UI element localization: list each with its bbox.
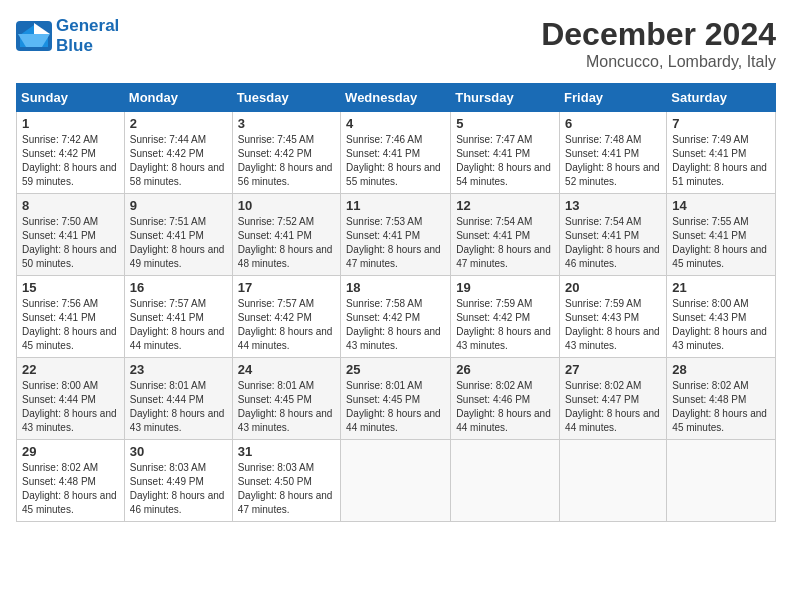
day-number: 19: [456, 280, 554, 295]
day-number: 12: [456, 198, 554, 213]
calendar-header-row: SundayMondayTuesdayWednesdayThursdayFrid…: [17, 84, 776, 112]
day-number: 26: [456, 362, 554, 377]
day-number: 11: [346, 198, 445, 213]
day-number: 10: [238, 198, 335, 213]
day-number: 15: [22, 280, 119, 295]
col-header-tuesday: Tuesday: [232, 84, 340, 112]
location: Moncucco, Lombardy, Italy: [541, 53, 776, 71]
day-info: Sunrise: 7:52 AMSunset: 4:41 PMDaylight:…: [238, 215, 335, 271]
day-number: 29: [22, 444, 119, 459]
calendar-cell: 17 Sunrise: 7:57 AMSunset: 4:42 PMDaylig…: [232, 276, 340, 358]
day-number: 7: [672, 116, 770, 131]
day-info: Sunrise: 7:47 AMSunset: 4:41 PMDaylight:…: [456, 133, 554, 189]
day-number: 4: [346, 116, 445, 131]
day-number: 3: [238, 116, 335, 131]
col-header-saturday: Saturday: [667, 84, 776, 112]
day-number: 5: [456, 116, 554, 131]
calendar-week-2: 8 Sunrise: 7:50 AMSunset: 4:41 PMDayligh…: [17, 194, 776, 276]
day-info: Sunrise: 8:01 AMSunset: 4:45 PMDaylight:…: [238, 379, 335, 435]
calendar-cell: 15 Sunrise: 7:56 AMSunset: 4:41 PMDaylig…: [17, 276, 125, 358]
day-info: Sunrise: 7:54 AMSunset: 4:41 PMDaylight:…: [456, 215, 554, 271]
calendar-week-5: 29 Sunrise: 8:02 AMSunset: 4:48 PMDaylig…: [17, 440, 776, 522]
calendar-cell: 11 Sunrise: 7:53 AMSunset: 4:41 PMDaylig…: [341, 194, 451, 276]
calendar-cell: 31 Sunrise: 8:03 AMSunset: 4:50 PMDaylig…: [232, 440, 340, 522]
calendar-cell: 19 Sunrise: 7:59 AMSunset: 4:42 PMDaylig…: [451, 276, 560, 358]
day-number: 23: [130, 362, 227, 377]
day-number: 9: [130, 198, 227, 213]
day-info: Sunrise: 7:51 AMSunset: 4:41 PMDaylight:…: [130, 215, 227, 271]
day-info: Sunrise: 7:58 AMSunset: 4:42 PMDaylight:…: [346, 297, 445, 353]
calendar-cell: 6 Sunrise: 7:48 AMSunset: 4:41 PMDayligh…: [560, 112, 667, 194]
col-header-monday: Monday: [124, 84, 232, 112]
day-info: Sunrise: 8:01 AMSunset: 4:44 PMDaylight:…: [130, 379, 227, 435]
calendar-cell: 7 Sunrise: 7:49 AMSunset: 4:41 PMDayligh…: [667, 112, 776, 194]
day-number: 17: [238, 280, 335, 295]
day-number: 21: [672, 280, 770, 295]
col-header-sunday: Sunday: [17, 84, 125, 112]
day-info: Sunrise: 8:00 AMSunset: 4:44 PMDaylight:…: [22, 379, 119, 435]
calendar-cell: 8 Sunrise: 7:50 AMSunset: 4:41 PMDayligh…: [17, 194, 125, 276]
day-number: 28: [672, 362, 770, 377]
day-number: 20: [565, 280, 661, 295]
day-info: Sunrise: 7:57 AMSunset: 4:42 PMDaylight:…: [238, 297, 335, 353]
calendar-cell: 13 Sunrise: 7:54 AMSunset: 4:41 PMDaylig…: [560, 194, 667, 276]
day-number: 13: [565, 198, 661, 213]
calendar-cell: 24 Sunrise: 8:01 AMSunset: 4:45 PMDaylig…: [232, 358, 340, 440]
calendar-cell: 22 Sunrise: 8:00 AMSunset: 4:44 PMDaylig…: [17, 358, 125, 440]
col-header-friday: Friday: [560, 84, 667, 112]
day-info: Sunrise: 8:02 AMSunset: 4:46 PMDaylight:…: [456, 379, 554, 435]
day-number: 25: [346, 362, 445, 377]
day-info: Sunrise: 8:03 AMSunset: 4:50 PMDaylight:…: [238, 461, 335, 517]
calendar-cell: 9 Sunrise: 7:51 AMSunset: 4:41 PMDayligh…: [124, 194, 232, 276]
calendar-cell: 23 Sunrise: 8:01 AMSunset: 4:44 PMDaylig…: [124, 358, 232, 440]
calendar-cell: 27 Sunrise: 8:02 AMSunset: 4:47 PMDaylig…: [560, 358, 667, 440]
calendar-cell: 3 Sunrise: 7:45 AMSunset: 4:42 PMDayligh…: [232, 112, 340, 194]
month-title: December 2024: [541, 16, 776, 53]
day-number: 1: [22, 116, 119, 131]
calendar-cell: 30 Sunrise: 8:03 AMSunset: 4:49 PMDaylig…: [124, 440, 232, 522]
calendar-cell: 1 Sunrise: 7:42 AMSunset: 4:42 PMDayligh…: [17, 112, 125, 194]
calendar-cell: 26 Sunrise: 8:02 AMSunset: 4:46 PMDaylig…: [451, 358, 560, 440]
day-number: 24: [238, 362, 335, 377]
day-number: 14: [672, 198, 770, 213]
day-number: 6: [565, 116, 661, 131]
calendar-cell: 25 Sunrise: 8:01 AMSunset: 4:45 PMDaylig…: [341, 358, 451, 440]
day-info: Sunrise: 7:55 AMSunset: 4:41 PMDaylight:…: [672, 215, 770, 271]
day-info: Sunrise: 7:54 AMSunset: 4:41 PMDaylight:…: [565, 215, 661, 271]
day-info: Sunrise: 8:02 AMSunset: 4:48 PMDaylight:…: [22, 461, 119, 517]
calendar-cell: [560, 440, 667, 522]
day-number: 27: [565, 362, 661, 377]
calendar-cell: 18 Sunrise: 7:58 AMSunset: 4:42 PMDaylig…: [341, 276, 451, 358]
logo: General Blue: [16, 16, 119, 56]
day-info: Sunrise: 8:00 AMSunset: 4:43 PMDaylight:…: [672, 297, 770, 353]
calendar-cell: [451, 440, 560, 522]
day-info: Sunrise: 7:46 AMSunset: 4:41 PMDaylight:…: [346, 133, 445, 189]
day-info: Sunrise: 7:48 AMSunset: 4:41 PMDaylight:…: [565, 133, 661, 189]
day-info: Sunrise: 7:45 AMSunset: 4:42 PMDaylight:…: [238, 133, 335, 189]
day-info: Sunrise: 7:50 AMSunset: 4:41 PMDaylight:…: [22, 215, 119, 271]
day-info: Sunrise: 7:53 AMSunset: 4:41 PMDaylight:…: [346, 215, 445, 271]
day-info: Sunrise: 8:01 AMSunset: 4:45 PMDaylight:…: [346, 379, 445, 435]
day-info: Sunrise: 7:59 AMSunset: 4:42 PMDaylight:…: [456, 297, 554, 353]
day-info: Sunrise: 7:59 AMSunset: 4:43 PMDaylight:…: [565, 297, 661, 353]
calendar-cell: 5 Sunrise: 7:47 AMSunset: 4:41 PMDayligh…: [451, 112, 560, 194]
col-header-thursday: Thursday: [451, 84, 560, 112]
col-header-wednesday: Wednesday: [341, 84, 451, 112]
day-number: 8: [22, 198, 119, 213]
calendar-cell: 21 Sunrise: 8:00 AMSunset: 4:43 PMDaylig…: [667, 276, 776, 358]
day-info: Sunrise: 8:02 AMSunset: 4:47 PMDaylight:…: [565, 379, 661, 435]
calendar-week-4: 22 Sunrise: 8:00 AMSunset: 4:44 PMDaylig…: [17, 358, 776, 440]
calendar-cell: 29 Sunrise: 8:02 AMSunset: 4:48 PMDaylig…: [17, 440, 125, 522]
day-number: 16: [130, 280, 227, 295]
calendar-cell: 20 Sunrise: 7:59 AMSunset: 4:43 PMDaylig…: [560, 276, 667, 358]
calendar-cell: 14 Sunrise: 7:55 AMSunset: 4:41 PMDaylig…: [667, 194, 776, 276]
logo-icon: [16, 21, 52, 51]
calendar-cell: [667, 440, 776, 522]
calendar-cell: 4 Sunrise: 7:46 AMSunset: 4:41 PMDayligh…: [341, 112, 451, 194]
calendar-cell: 16 Sunrise: 7:57 AMSunset: 4:41 PMDaylig…: [124, 276, 232, 358]
calendar-week-3: 15 Sunrise: 7:56 AMSunset: 4:41 PMDaylig…: [17, 276, 776, 358]
day-info: Sunrise: 7:42 AMSunset: 4:42 PMDaylight:…: [22, 133, 119, 189]
calendar-cell: 12 Sunrise: 7:54 AMSunset: 4:41 PMDaylig…: [451, 194, 560, 276]
calendar-table: SundayMondayTuesdayWednesdayThursdayFrid…: [16, 83, 776, 522]
calendar-week-1: 1 Sunrise: 7:42 AMSunset: 4:42 PMDayligh…: [17, 112, 776, 194]
